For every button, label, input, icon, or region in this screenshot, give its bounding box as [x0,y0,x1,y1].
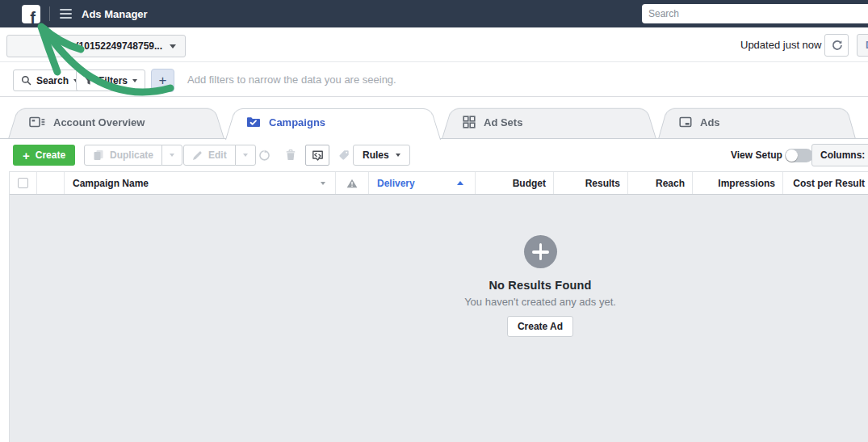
duplicate-button-group: Duplicate [84,145,182,166]
ads-manager-page: f Ads Manager (10152249748759... Updated… [0,0,868,442]
filter-hint-text: Add filters to narrow the data you are s… [187,62,396,97]
warning-icon [346,179,358,188]
empty-state-title: No Results Found [489,279,591,292]
view-setup-toggle[interactable] [785,149,813,162]
action-icons-group [252,145,356,166]
account-selector-dropdown[interactable]: (10152249748759... [6,35,186,57]
select-all-cell [10,172,37,194]
duplicate-button[interactable]: Duplicate [84,145,162,166]
empty-state-subtitle: You haven't created any ads yet. [464,296,616,308]
campaigns-table: Campaign Name Delivery Budget Results Re… [9,171,868,442]
column-header-results[interactable]: Results [554,172,628,194]
columns-button[interactable]: Columns: Perfor [811,144,868,166]
spacer-cell [37,172,65,194]
facebook-f: f [30,10,36,23]
search-icon [21,75,31,86]
trash-icon [285,149,296,161]
level-tabs: Account Overview Campaigns [0,97,868,139]
table-body: No Results Found You haven't created any… [10,195,868,442]
table-header-row: Campaign Name Delivery Budget Results Re… [10,172,868,195]
chevron-down-icon [132,79,137,82]
filters-button[interactable]: Filters [76,69,145,91]
tab-ads[interactable]: Ads [658,105,856,139]
refresh-button[interactable] [824,34,849,57]
plus-icon: + [23,149,30,162]
chevron-down-icon [396,154,400,157]
facebook-logo[interactable]: f [22,5,40,23]
column-header-campaign-name[interactable]: Campaign Name [65,172,336,194]
global-search-input[interactable] [642,4,868,23]
history-icon [258,149,270,162]
split-test-icon [312,149,324,162]
pencil-icon [192,150,203,161]
tab-ad-sets[interactable]: Ad Sets [442,105,656,139]
refresh-icon [831,40,843,52]
tab-account-overview[interactable]: Account Overview [8,105,224,139]
divider [49,6,50,21]
column-header-impressions[interactable]: Impressions [693,172,783,194]
rules-button[interactable]: Rules [353,145,410,166]
edit-button-group: Edit [183,145,256,166]
account-id-label: (10152249748759... [76,40,162,52]
duplicate-options-button[interactable] [161,145,182,166]
chevron-down-icon [170,154,174,157]
top-navbar: f Ads Manager [0,0,868,27]
select-all-checkbox[interactable] [18,178,28,188]
column-header-reach[interactable]: Reach [628,172,693,194]
chevron-down-icon [170,44,176,48]
hamburger-menu-icon[interactable] [58,6,73,22]
delete-button[interactable] [279,145,303,166]
filter-bar: Search Filters + Add filters to narrow t… [0,62,868,97]
account-bar: (10152249748759... Updated just now D [0,27,868,62]
column-header-errors[interactable] [336,172,369,194]
campaign-toolbar: + Create Duplicate Edit [0,139,868,171]
chevron-down-icon [321,182,325,185]
campaigns-folder-check-icon [246,116,261,128]
ads-card-icon [679,116,692,128]
plus-circle-icon [524,235,557,268]
tag-icon [338,149,350,161]
copy-icon [93,149,104,161]
history-button[interactable] [252,145,276,166]
chevron-down-icon [243,154,248,157]
split-test-button[interactable] [305,145,329,166]
add-filter-button[interactable]: + [151,69,174,92]
column-header-budget[interactable]: Budget [476,172,554,194]
updated-status: Updated just now [740,27,821,62]
sort-ascending-icon [457,181,463,185]
discard-drafts-button[interactable]: D [857,34,868,57]
empty-state: No Results Found You haven't created any… [443,235,637,337]
create-ad-button[interactable]: Create Ad [507,316,573,337]
create-button[interactable]: + Create [13,145,75,166]
account-overview-icon [29,116,45,128]
ad-sets-grid-icon [463,116,476,128]
app-title: Ads Manager [82,8,148,20]
funnel-icon [84,76,94,86]
tab-campaigns[interactable]: Campaigns [225,105,441,139]
view-setup-label: View Setup [731,139,782,171]
plus-icon: + [159,74,167,87]
edit-button[interactable]: Edit [183,145,236,166]
column-header-cost-per-result[interactable]: Cost per Result [783,172,868,194]
toggle-knob [786,149,798,162]
column-header-delivery[interactable]: Delivery [369,172,476,194]
